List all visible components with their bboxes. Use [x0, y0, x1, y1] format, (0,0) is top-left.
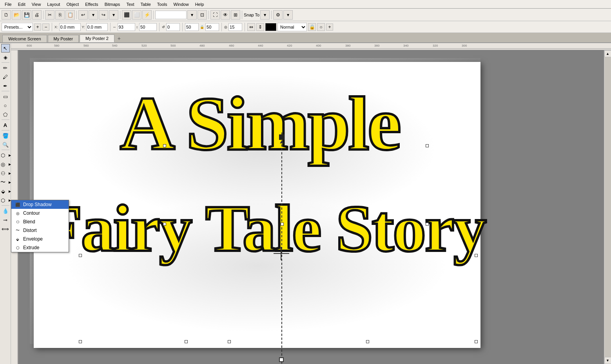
- presets-select[interactable]: Presets...: [2, 23, 33, 31]
- publish-button[interactable]: ⚡: [142, 10, 152, 20]
- envelope-tool[interactable]: ⬙: [0, 187, 7, 196]
- scroll-up-button[interactable]: ▲: [604, 50, 611, 57]
- freehand-tool[interactable]: ✏: [1, 63, 10, 72]
- menu-help[interactable]: Help: [192, 1, 207, 7]
- menu-tools[interactable]: Tools: [154, 1, 170, 7]
- sel-handle-tc[interactable]: [281, 223, 284, 226]
- menu-window[interactable]: Window: [170, 1, 192, 7]
- effects-tool[interactable]: ⬡: [0, 151, 7, 159]
- fill-color-box[interactable]: [265, 23, 276, 31]
- fill-tool[interactable]: 🪣: [1, 131, 10, 140]
- scale-x-input[interactable]: [185, 23, 199, 31]
- flip-h-button[interactable]: ⇔: [247, 23, 255, 31]
- zoom-input[interactable]: 125%: [155, 11, 187, 19]
- selection-handle-bottom[interactable]: [279, 357, 284, 362]
- snap-dropdown[interactable]: ▾: [260, 10, 270, 20]
- menu-view[interactable]: View: [29, 1, 44, 7]
- print-button[interactable]: 🖨: [32, 10, 42, 20]
- menu-item-extrude[interactable]: ⬡ Extrude: [11, 243, 69, 252]
- sel-handle-bl3[interactable]: [228, 340, 231, 343]
- lock-transparency-button[interactable]: 🔒: [308, 23, 316, 31]
- distort-tool[interactable]: 〜: [0, 178, 7, 187]
- select-tool[interactable]: ↖: [1, 44, 10, 53]
- grid-button[interactable]: ⊞: [231, 10, 240, 20]
- height-input[interactable]: [139, 23, 157, 31]
- sel-handle-bl4[interactable]: [366, 340, 369, 343]
- zoom-tool[interactable]: 🔍: [1, 140, 10, 149]
- new-button[interactable]: 🗋: [2, 10, 11, 20]
- menu-text[interactable]: Text: [123, 1, 137, 7]
- sel-handle-mr2[interactable]: [475, 254, 478, 257]
- scroll-track[interactable]: [605, 57, 611, 357]
- extrude-tool[interactable]: ⬡: [0, 196, 7, 205]
- menu-item-distort[interactable]: 〜 Distort: [11, 226, 69, 235]
- ellipse-tool[interactable]: ○: [1, 101, 10, 110]
- blend-tool[interactable]: ⚇: [0, 169, 7, 177]
- contour-tool[interactable]: ◎: [0, 160, 7, 168]
- menu-file[interactable]: File: [2, 1, 15, 7]
- undo-dropdown[interactable]: ▾: [89, 10, 98, 20]
- menu-item-blend[interactable]: ⚇ Blend: [11, 217, 69, 226]
- dimension-tool[interactable]: ⟺: [1, 225, 10, 233]
- width-input[interactable]: [118, 23, 135, 31]
- sel-handle-mr[interactable]: [426, 144, 429, 147]
- export-button[interactable]: ⬜: [132, 10, 141, 20]
- redo-dropdown[interactable]: ▾: [109, 10, 118, 20]
- tab-welcome-screen[interactable]: Welcome Screen: [2, 35, 47, 42]
- connector-tool[interactable]: ⊸: [1, 216, 10, 224]
- sel-handle-tr[interactable]: [426, 223, 429, 226]
- menu-item-envelope[interactable]: ⬙ Envelope: [11, 235, 69, 243]
- calligraphy-tool[interactable]: ✒: [1, 81, 10, 90]
- polygon-tool[interactable]: ⬠: [1, 110, 10, 119]
- menu-table[interactable]: Table: [138, 1, 154, 7]
- view-button[interactable]: 👁: [221, 10, 230, 20]
- save-button[interactable]: 💾: [22, 10, 31, 20]
- corner-input[interactable]: [228, 23, 242, 31]
- zoom-dropdown[interactable]: ▾: [187, 10, 197, 20]
- menu-effects[interactable]: Effects: [82, 1, 101, 7]
- menu-item-contour[interactable]: ◎ Contour: [11, 209, 69, 217]
- full-screen-button[interactable]: ⛶: [210, 10, 220, 20]
- tab-add-button[interactable]: +: [115, 34, 123, 42]
- sel-handle-br[interactable]: [475, 340, 478, 343]
- options-button[interactable]: ⚙: [273, 10, 283, 20]
- x-input[interactable]: [59, 23, 81, 31]
- mode-select[interactable]: Normal: [277, 23, 307, 31]
- selection-handle-top-center[interactable]: [279, 134, 285, 140]
- tab-my-poster-2[interactable]: My Poster 2: [80, 34, 114, 42]
- cut-button[interactable]: ✂: [45, 10, 54, 20]
- pen-tool[interactable]: 🖊: [1, 72, 10, 81]
- scroll-down-button[interactable]: ▼: [604, 357, 611, 364]
- copy-button[interactable]: ⎘: [55, 10, 65, 20]
- undo-button[interactable]: ↩: [78, 10, 88, 20]
- zoom-fit-button[interactable]: ⊡: [198, 10, 207, 20]
- menu-bitmaps[interactable]: Bitmaps: [102, 1, 123, 7]
- canvas[interactable]: A Simple Fairy Tale Story: [18, 50, 604, 364]
- text-tool[interactable]: A: [1, 121, 10, 129]
- sel-handle-tl[interactable]: [163, 223, 166, 226]
- menu-edit[interactable]: Edit: [15, 1, 29, 7]
- menu-item-drop-shadow[interactable]: ⬛ Drop Shadow: [11, 200, 69, 209]
- add-preset-button[interactable]: +: [34, 24, 41, 31]
- open-button[interactable]: 📂: [12, 10, 21, 20]
- add-view-button[interactable]: +: [326, 24, 333, 31]
- eyedropper-tool[interactable]: 💧: [1, 206, 10, 215]
- menu-object[interactable]: Object: [63, 1, 82, 7]
- menu-layout[interactable]: Layout: [44, 1, 63, 7]
- sel-handle-bl1[interactable]: [79, 340, 82, 343]
- paste-button[interactable]: 📋: [65, 10, 75, 20]
- node-tool[interactable]: ◈: [1, 53, 10, 62]
- redo-button[interactable]: ↪: [99, 10, 108, 20]
- angle-input[interactable]: [166, 23, 180, 31]
- sel-handle-ml2[interactable]: [79, 254, 82, 257]
- y-input[interactable]: [86, 23, 108, 31]
- tab-my-poster[interactable]: My Poster: [48, 35, 79, 42]
- sel-handle-bl2[interactable]: [185, 340, 188, 343]
- rectangle-tool[interactable]: ▭: [1, 92, 10, 101]
- flip-v-button[interactable]: ⇕: [256, 23, 264, 31]
- sel-handle-ml[interactable]: [163, 144, 166, 147]
- scale-y-input[interactable]: [205, 23, 219, 31]
- options-dropdown[interactable]: ▾: [283, 10, 293, 20]
- import-button[interactable]: ⬛: [122, 10, 131, 20]
- transparency-button[interactable]: ○: [317, 23, 325, 31]
